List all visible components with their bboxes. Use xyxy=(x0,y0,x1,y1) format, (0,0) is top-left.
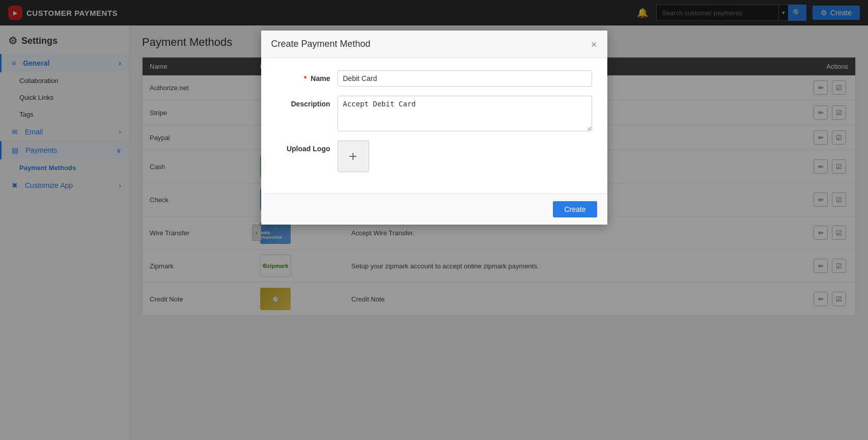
modal-create-button[interactable]: Create xyxy=(553,201,597,217)
upload-logo-row: Upload Logo + xyxy=(276,141,592,172)
name-label: * Name xyxy=(276,70,338,82)
modal-footer: Create xyxy=(261,194,607,225)
modal-overlay[interactable]: Create Payment Method × * Name Descripti… xyxy=(0,0,868,440)
description-input[interactable]: Accept Debit Card xyxy=(338,96,592,131)
description-label: Description xyxy=(276,96,338,108)
required-star: * xyxy=(304,74,306,82)
modal-body: * Name Description Accept Debit Card Upl… xyxy=(261,58,607,194)
create-payment-method-modal: Create Payment Method × * Name Descripti… xyxy=(261,31,607,225)
modal-header: Create Payment Method × xyxy=(261,31,607,58)
plus-icon: + xyxy=(349,148,357,164)
modal-close-button[interactable]: × xyxy=(591,39,597,49)
name-field-row: * Name xyxy=(276,70,592,87)
modal-title: Create Payment Method xyxy=(271,39,371,49)
upload-logo-button[interactable]: + xyxy=(338,141,369,172)
upload-logo-label: Upload Logo xyxy=(276,141,338,153)
description-field-row: Description Accept Debit Card xyxy=(276,96,592,131)
name-input[interactable] xyxy=(338,70,592,87)
